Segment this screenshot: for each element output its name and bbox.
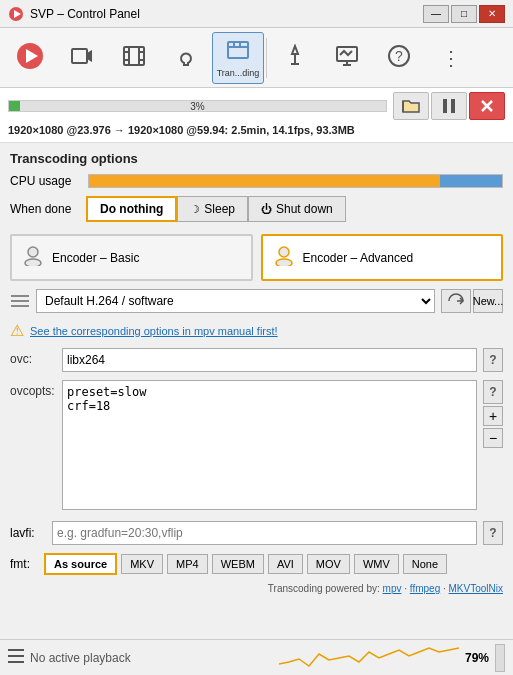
progress-area: 3% 1920×1080 [0,88,513,143]
toolbar-btn-transcode[interactable]: Tran...ding [212,32,264,84]
svg-point-31 [279,247,289,257]
status-menu-icon[interactable] [8,649,24,666]
transcode-icon [226,38,250,66]
fmt-mkv-button[interactable]: MKV [121,554,163,574]
preset-new-button[interactable]: New... [473,289,503,313]
toolbar-logo-icon [16,42,44,74]
preset-replace-button[interactable] [441,289,471,313]
ovcopts-remove-button[interactable]: − [483,428,503,448]
svg-rect-26 [451,99,455,113]
minimize-button[interactable]: — [423,5,449,23]
svg-point-32 [276,259,292,266]
sleep-button[interactable]: ☽ Sleep [177,196,248,222]
title-bar-buttons: — □ ✕ [423,5,505,23]
ffmpeg-link[interactable]: ffmpeg [410,583,440,594]
do-nothing-button[interactable]: Do nothing [86,196,177,222]
cpu-usage-row: CPU usage [10,174,503,188]
status-icons [393,92,505,120]
pin-icon [283,44,307,72]
do-nothing-label: Do nothing [100,202,163,216]
cpu-bar-fill [89,175,502,187]
encoder-basic-tab[interactable]: Encoder – Basic [10,234,253,281]
sleep-icon: ☽ [190,203,200,216]
stop-button[interactable] [469,92,505,120]
title-bar-text: SVP – Control Panel [30,7,423,21]
cpu-bar [88,174,503,188]
preset-row: Default H.264 / software New... [10,289,503,313]
encoder-basic-icon [22,244,44,271]
preset-list-icon [10,291,30,311]
encoder-tabs: Encoder – Basic Encoder – Advanced [10,234,503,281]
fmt-mp4-button[interactable]: MP4 [167,554,208,574]
svg-point-29 [28,247,38,257]
status-percent: 79% [465,651,489,665]
film-icon [122,44,146,72]
ovcopts-side-btns: ? + − [483,380,503,448]
lavfi-help-button[interactable]: ? [483,521,503,545]
progress-percent: 3% [9,101,386,113]
status-bar: No active playback 79% [0,639,513,675]
encoder-basic-label: Encoder – Basic [52,251,139,265]
fmt-as-source-button[interactable]: As source [44,553,117,575]
fmt-webm-button[interactable]: WEBM [212,554,264,574]
svg-rect-13 [228,42,248,58]
svg-point-30 [25,259,41,266]
ovc-input[interactable] [62,348,477,372]
svg-rect-4 [72,49,87,63]
ovcopts-row: ovcopts: preset=slow crf=18 ? + − [10,380,503,513]
fmt-none-button[interactable]: None [403,554,447,574]
open-folder-button[interactable] [393,92,429,120]
toolbar-btn-help[interactable]: ? [373,32,425,84]
encoder-advanced-label: Encoder – Advanced [303,251,414,265]
svg-rect-25 [443,99,447,113]
mkvtoolnix-link[interactable]: MKVToolNix [449,583,503,594]
pause-button[interactable] [431,92,467,120]
progress-row: 3% [8,92,505,120]
toolbar-btn-pin[interactable] [269,32,321,84]
ovcopts-textarea[interactable]: preset=slow crf=18 [62,380,477,510]
svg-rect-6 [124,47,144,65]
cpu-label: CPU usage [10,174,80,188]
ovcopts-help-button[interactable]: ? [483,380,503,404]
toolbar-separator [266,38,267,78]
sleep-label: Sleep [204,202,235,216]
toolbar-btn-bulb[interactable] [160,32,212,84]
maximize-button[interactable]: □ [451,5,477,23]
toolbar-btn-monitor[interactable] [321,32,373,84]
warning-link[interactable]: See the corresponding options in mpv man… [30,325,278,337]
ovc-row: ovc: ? [10,348,503,372]
preset-buttons: New... [441,289,503,313]
status-scrollbar[interactable] [495,644,505,672]
close-button[interactable]: ✕ [479,5,505,23]
help-icon: ? [387,44,411,72]
stats-detail: 2.5min, 14.1fps, 93.3MB [231,124,355,136]
shutdown-label: Shut down [276,202,333,216]
when-done-row: When done Do nothing ☽ Sleep ⏻ Shut down [10,196,503,222]
main-content: Transcoding options CPU usage When done … [0,143,513,606]
toolbar-btn-logo[interactable] [4,32,56,84]
bulb-icon [174,44,198,72]
ovc-help-button[interactable]: ? [483,348,503,372]
toolbar-btn-film[interactable] [108,32,160,84]
lavfi-input[interactable] [52,521,477,545]
svg-rect-37 [8,655,24,657]
encoder-advanced-tab[interactable]: Encoder – Advanced [261,234,504,281]
fmt-wmv-button[interactable]: WMV [354,554,399,574]
shutdown-button[interactable]: ⏻ Shut down [248,196,346,222]
ovcopts-add-button[interactable]: + [483,406,503,426]
preset-select[interactable]: Default H.264 / software [36,289,435,313]
title-bar: SVP – Control Panel — □ ✕ [0,0,513,28]
progress-bar: 3% [8,100,387,112]
monitor-icon [335,44,359,72]
ovc-label: ovc: [10,348,56,366]
fmt-mov-button[interactable]: MOV [307,554,350,574]
ovcopts-label: ovcopts: [10,380,56,398]
toolbar-btn-more[interactable]: ⋮ [425,32,477,84]
app-icon [8,6,24,22]
toolbar-btn-video[interactable] [56,32,108,84]
status-text: No active playback [30,651,273,665]
fmt-avi-button[interactable]: AVI [268,554,303,574]
more-icon: ⋮ [441,48,461,68]
fmt-label: fmt: [10,557,40,571]
mpv-link[interactable]: mpv [383,583,402,594]
